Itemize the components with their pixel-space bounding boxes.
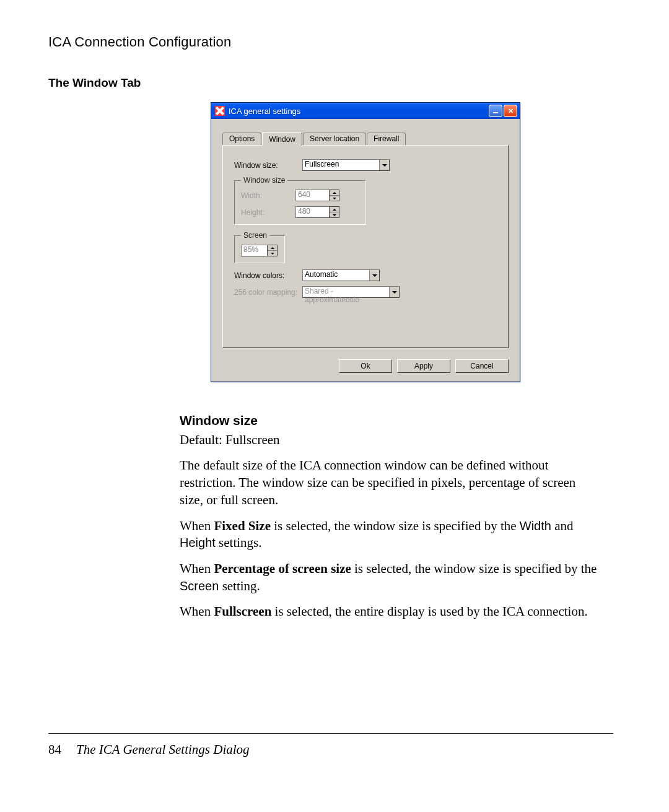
screen-percent-stepper[interactable]: 85% [241,245,278,256]
spin-up-icon[interactable] [268,245,277,251]
paragraph-4: When Fullscreen is selected, the entire … [180,603,601,621]
window-size-label: Window size: [234,161,302,170]
running-head: ICA Connection Configuration [48,34,613,50]
window-size-value: Fullscreen [305,160,339,168]
body-text: Window size Default: Fullscreen The defa… [180,412,601,621]
chevron-down-icon[interactable] [379,160,389,170]
tab-pane-window: Window size: Fullscreen Window size Widt… [222,145,509,348]
tab-server-location[interactable]: Server location [303,133,366,145]
width-value[interactable]: 640 [295,190,330,201]
screen-percent-value[interactable]: 85% [241,245,268,256]
footer-title: The ICA General Settings Dialog [76,742,250,757]
titlebar[interactable]: ICA general settings [211,103,520,119]
minimize-button[interactable] [489,105,502,117]
default-line: Default: Fullscreen [180,432,601,449]
ica-general-settings-dialog: ICA general settings Options Window Serv… [211,102,520,382]
group-screen: Screen [241,231,269,240]
window-size-select[interactable]: Fullscreen [302,159,390,171]
page-number: 84 [48,742,61,757]
app-icon [215,106,225,116]
tab-options[interactable]: Options [222,133,261,145]
page-footer: 84The ICA General Settings Dialog [48,742,250,757]
color-mapping-value: Shared - approximatecolo [305,287,359,304]
ok-button[interactable]: Ok [339,359,392,373]
heading-window-size: Window size [180,412,601,429]
footer-rule [48,733,613,734]
width-stepper[interactable]: 640 [295,190,339,201]
chevron-down-icon [389,287,399,297]
window-colors-value: Automatic [305,270,338,279]
window-colors-label: Window colors: [234,271,302,280]
cancel-button[interactable]: Cancel [455,359,509,373]
window-colors-select[interactable]: Automatic [302,269,380,281]
height-value[interactable]: 480 [295,206,330,218]
tab-firewall[interactable]: Firewall [367,133,406,145]
spin-down-icon[interactable] [268,251,277,256]
group-window-size: Window size [241,176,287,185]
tab-bar: Options Window Server location Firewall [222,131,509,145]
height-label: Height: [241,208,295,217]
chevron-down-icon[interactable] [369,270,379,281]
height-stepper[interactable]: 480 [295,206,339,218]
close-button[interactable] [504,105,517,117]
width-label: Width: [241,191,295,200]
spin-down-icon[interactable] [330,212,339,217]
spin-up-icon[interactable] [330,207,339,212]
spin-up-icon[interactable] [330,190,339,196]
paragraph-1: The default size of the ICA connection w… [180,457,601,509]
paragraph-3: When Percentage of screen size is select… [180,561,601,595]
spin-down-icon[interactable] [330,196,339,201]
apply-button[interactable]: Apply [397,359,450,373]
tab-window[interactable]: Window [262,132,302,146]
paragraph-2: When Fixed Size is selected, the window … [180,518,601,552]
section-title: The Window Tab [48,76,613,90]
color-mapping-select: Shared - approximatecolo [302,286,400,298]
color-mapping-label: 256 color mapping: [234,288,302,297]
window-title: ICA general settings [229,107,489,116]
